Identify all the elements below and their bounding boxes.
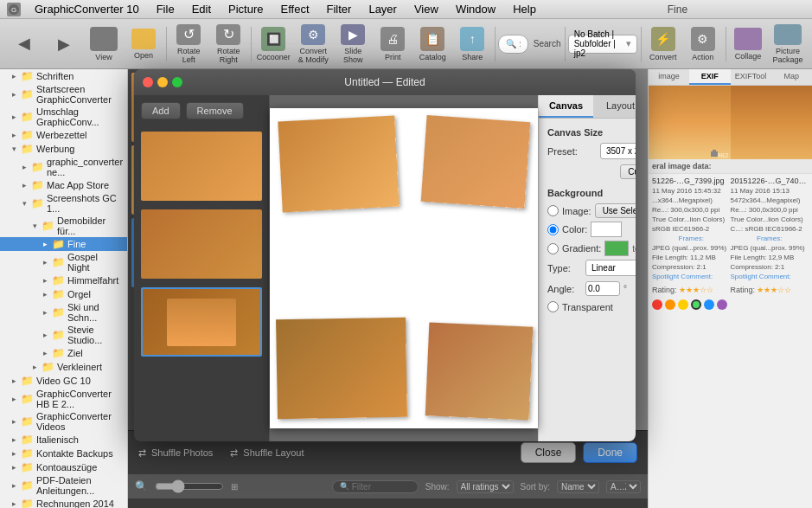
toolbar-cocooner[interactable]: 🔲 Cocooner bbox=[254, 23, 292, 66]
sidebar-item-screenshots[interactable]: ▾ 📁 Screenshots GC 1... bbox=[0, 192, 127, 215]
search-input[interactable] bbox=[519, 39, 520, 49]
color-radio[interactable] bbox=[547, 224, 559, 235]
shuffle-layout-btn[interactable]: ⇄ Shuffle Layout bbox=[230, 447, 304, 459]
add-photo-button[interactable]: Add bbox=[141, 102, 181, 119]
sidebar-item-orgel[interactable]: ▸ 📁 Orgel bbox=[0, 287, 127, 301]
toolbar-back[interactable]: ◀ bbox=[5, 23, 43, 66]
menu-layer[interactable]: Layer bbox=[365, 3, 400, 16]
sidebar-item-schriften[interactable]: ▸ 📁 Schriften bbox=[0, 69, 127, 83]
preset-row: Preset: 3507 x 2480 pixels, 300 ppi bbox=[547, 143, 636, 159]
modal-thumb-1[interactable] bbox=[141, 132, 262, 201]
toolbar-open[interactable]: Open bbox=[125, 23, 163, 66]
color-dots-section bbox=[649, 297, 812, 312]
sidebar-item-pdf[interactable]: ▸ 📁 PDF-Dateien Anleitungen... bbox=[0, 474, 127, 497]
menu-picture[interactable]: Picture bbox=[225, 3, 266, 16]
filter-search[interactable]: 🔍 bbox=[332, 480, 419, 493]
sidebar-item-ski[interactable]: ▸ 📁 Ski und Schn... bbox=[0, 301, 127, 324]
toolbar-picture-package[interactable]: Picture Package bbox=[769, 23, 807, 66]
toolbar-convert2[interactable]: ⚡ Convert bbox=[644, 23, 682, 66]
color-swatch[interactable] bbox=[591, 222, 622, 237]
right-tab-map[interactable]: Map bbox=[771, 69, 812, 85]
color-dot-purple[interactable] bbox=[717, 299, 727, 310]
menu-filter[interactable]: Filter bbox=[323, 3, 355, 16]
sidebar-item-verkleinert[interactable]: ▸ 📁 Verkleinert bbox=[0, 360, 127, 374]
canvas-size-section: Canvas Size Preset: 3507 x 2480 pixels, … bbox=[547, 127, 636, 179]
modal-tab-canvas[interactable]: Canvas bbox=[539, 95, 593, 118]
sidebar-item-umschlag[interactable]: ▸ 📁 Umschlag GraphicConv... bbox=[0, 106, 127, 128]
right-tab-exif[interactable]: EXIF bbox=[689, 69, 730, 85]
toolbar-share[interactable]: ↑ Share bbox=[453, 23, 491, 66]
color-dot-blue[interactable] bbox=[704, 299, 714, 310]
az-select[interactable]: A…Z bbox=[606, 480, 641, 493]
use-selected-button[interactable]: Use Selected bbox=[595, 203, 636, 218]
toolbar-search[interactable]: 🔍 bbox=[498, 35, 527, 54]
menu-help[interactable]: Help bbox=[509, 3, 540, 16]
minimize-traffic-btn[interactable] bbox=[157, 77, 168, 87]
sidebar-item-kontakte[interactable]: ▸ 📁 Kontakte Backups bbox=[0, 447, 127, 460]
color-dot-red[interactable] bbox=[652, 299, 662, 310]
sidebar-item-demobilder[interactable]: ▾ 📁 Demobilder für... bbox=[0, 215, 127, 237]
filter-input[interactable] bbox=[352, 482, 411, 492]
shuffle-photos-btn[interactable]: ⇄ Shuffle Photos bbox=[138, 447, 213, 459]
close-button[interactable]: Close bbox=[521, 442, 577, 463]
maximize-traffic-btn[interactable] bbox=[172, 77, 182, 87]
toolbar-catalog[interactable]: 📋 Catalog bbox=[413, 23, 451, 66]
preset-select[interactable]: 3507 x 2480 pixels, 300 ppi bbox=[600, 143, 636, 159]
toolbar-collage[interactable]: Collage bbox=[729, 23, 767, 66]
close-traffic-btn[interactable] bbox=[143, 77, 153, 87]
modal-thumb-2[interactable] bbox=[141, 209, 262, 279]
remove-photo-button[interactable]: Remove bbox=[186, 102, 244, 119]
batch-dropdown[interactable]: No Batch | Subfolder | jp2 ▾ bbox=[568, 35, 637, 54]
sidebar-item-gospel[interactable]: ▸ 📁 Gospel Night bbox=[0, 251, 127, 273]
menu-view[interactable]: View bbox=[411, 3, 442, 16]
sidebar-item-kontoauszuge[interactable]: ▸ 📁 Kontoauszüge bbox=[0, 460, 127, 474]
sidebar-item-stevie[interactable]: ▸ 📁 Stevie Studio... bbox=[0, 324, 127, 346]
done-button[interactable]: Done bbox=[583, 442, 637, 463]
sidebar-item-gc-hb[interactable]: ▸ 📁 GraphicConverter HB E 2... bbox=[0, 388, 127, 410]
color-dot-yellow[interactable] bbox=[678, 299, 688, 310]
custom-size-button[interactable]: Custom Size… bbox=[620, 164, 636, 179]
sidebar-item-werbung[interactable]: ▾ 📁 Werbung bbox=[0, 142, 127, 156]
type-select[interactable]: Linear bbox=[585, 260, 636, 276]
show-select[interactable]: All ratings bbox=[457, 480, 514, 493]
modal-thumb-3[interactable] bbox=[141, 287, 262, 357]
sidebar-item-rech2014[interactable]: ▸ 📁 Rechnungen 2014 bbox=[0, 497, 127, 508]
sidebar-item-himmel[interactable]: ▸ 📁 Himmelfahrt bbox=[0, 273, 127, 287]
sidebar-item-video-gc10[interactable]: ▸ 📁 Video GC 10 bbox=[0, 374, 127, 388]
toolbar-rotate-right[interactable]: ↻ Rotate Right bbox=[209, 23, 247, 66]
color-dot-orange[interactable] bbox=[665, 299, 675, 310]
sidebar-item-mac-app-store[interactable]: ▸ 📁 Mac App Store bbox=[0, 178, 127, 192]
menu-window[interactable]: Window bbox=[452, 3, 499, 16]
toolbar-slideshow[interactable]: ▶ Slide Show bbox=[334, 23, 372, 66]
gradient-radio[interactable] bbox=[547, 243, 559, 254]
gradient-from-swatch[interactable] bbox=[604, 241, 629, 256]
right-tab-image[interactable]: image bbox=[649, 69, 689, 85]
sidebar-item-gc-ne[interactable]: ▸ 📁 graphic_converter ne... bbox=[0, 156, 127, 178]
image-radio[interactable] bbox=[547, 205, 559, 216]
menu-file[interactable]: File bbox=[153, 3, 178, 16]
toolbar-rotate-left[interactable]: ↺ Rotate Left bbox=[169, 23, 208, 66]
sidebar-item-ziel[interactable]: ▸ 📁 Ziel bbox=[0, 346, 127, 360]
sidebar-item-italienisch[interactable]: ▸ 📁 Italienisch bbox=[0, 433, 127, 447]
zoom-slider[interactable] bbox=[155, 479, 224, 493]
toolbar-print[interactable]: 🖨 Print bbox=[374, 23, 412, 66]
toolbar-action[interactable]: ⚙ Action bbox=[684, 23, 722, 66]
menu-effect[interactable]: Effect bbox=[278, 3, 313, 16]
toolbar-forward[interactable]: ▶ bbox=[45, 23, 83, 66]
color-dot-green[interactable] bbox=[691, 299, 701, 310]
right-thumb-1[interactable]: 882 bbox=[649, 86, 731, 159]
toolbar-convert[interactable]: ⚙ Convert & Modify bbox=[294, 23, 332, 66]
transparent-radio[interactable] bbox=[547, 301, 559, 312]
toolbar-view[interactable]: View bbox=[85, 23, 123, 66]
right-thumb-2[interactable] bbox=[731, 86, 813, 159]
menu-app[interactable]: GraphicConverter 10 bbox=[31, 3, 143, 16]
angle-input[interactable] bbox=[585, 281, 620, 296]
menu-edit[interactable]: Edit bbox=[189, 3, 214, 16]
modal-tab-layout[interactable]: Layout bbox=[593, 95, 636, 118]
right-tab-exiftool[interactable]: EXIFTool bbox=[731, 69, 771, 85]
sidebar-item-startscreen[interactable]: ▸ 📁 Startscreen GraphicConverter bbox=[0, 83, 127, 106]
sidebar-item-gc-videos[interactable]: ▸ 📁 GraphicConverter Videos bbox=[0, 410, 127, 433]
sidebar-item-fine[interactable]: ▸ 📁 Fine bbox=[0, 237, 127, 251]
sidebar-item-werbezettel[interactable]: ▸ 📁 Werbezettel bbox=[0, 128, 127, 142]
sort-select[interactable]: Name bbox=[557, 480, 599, 493]
